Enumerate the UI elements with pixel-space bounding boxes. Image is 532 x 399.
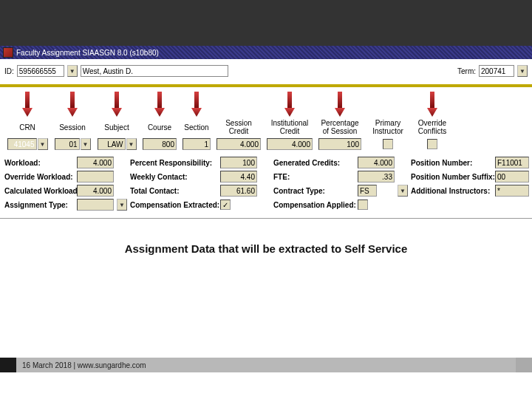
arrow-course-icon <box>154 92 165 117</box>
compap-checkbox[interactable] <box>358 200 368 210</box>
svg-rect-2 <box>70 92 75 108</box>
atype-dropdown-icon[interactable]: ▼ <box>117 199 127 211</box>
colhead-icredit: Institutional Credit <box>271 118 309 136</box>
fte-label: FTE: <box>273 173 355 181</box>
slide-footer: 16 March 2018 | www.sungardhe.com <box>0 358 532 372</box>
crn-input[interactable] <box>7 138 37 150</box>
posnum-label: Position Number: <box>411 159 492 167</box>
posnum-input[interactable] <box>495 157 529 168</box>
svg-marker-7 <box>154 108 165 117</box>
arrow-pct-icon <box>335 92 345 117</box>
slide-caption: Assignment Data that will be extracted t… <box>4 219 528 255</box>
detail-form: Workload: Percent Responsibility: Genera… <box>4 151 528 214</box>
section-input[interactable] <box>183 138 211 150</box>
subject-dropdown-icon[interactable]: ▼ <box>126 138 137 150</box>
weekly-input[interactable] <box>220 171 257 183</box>
col-section: Section <box>180 92 213 151</box>
course-input[interactable] <box>143 138 177 150</box>
footer-text: 16 March 2018 | www.sungardhe.com <box>16 358 516 372</box>
svg-rect-12 <box>338 92 342 108</box>
fte-input[interactable] <box>358 171 395 183</box>
svg-rect-6 <box>157 92 162 108</box>
form-content: ID: ▼ Term: ▼ CRN▼Session▼Subject▼Course… <box>0 59 532 256</box>
workload-input[interactable] <box>77 157 114 168</box>
window-sysmenu-icon[interactable] <box>3 47 13 58</box>
arrow-subject-icon <box>112 92 122 117</box>
window-title: Faculty Assignment SIAASGN 8.0 (s10b80) <box>16 49 159 57</box>
compex-checkbox[interactable]: ✓ <box>220 200 231 210</box>
top-dark-area <box>0 0 532 46</box>
addinst-input[interactable] <box>495 185 529 197</box>
workload-label: Workload: <box>4 159 74 167</box>
column-grid: CRN▼Session▼Subject▼CourseSectionSession… <box>4 87 528 151</box>
atype-input[interactable] <box>77 199 114 211</box>
id-input[interactable] <box>17 65 64 77</box>
colhead-primary: Primary Instructor <box>372 118 403 136</box>
svg-marker-15 <box>427 108 437 117</box>
gencred-input[interactable] <box>358 157 395 168</box>
crn-dropdown-icon[interactable]: ▼ <box>38 138 48 150</box>
svg-marker-11 <box>284 108 295 117</box>
scredit-input[interactable] <box>216 138 261 150</box>
svg-marker-3 <box>67 108 78 117</box>
session-input[interactable] <box>55 138 80 150</box>
totcon-input[interactable] <box>220 185 257 197</box>
id-dropdown-icon[interactable]: ▼ <box>67 65 78 77</box>
arrow-primary-icon <box>383 92 393 117</box>
compex-label: Compensation Extracted: <box>130 201 217 209</box>
id-label: ID: <box>4 67 14 75</box>
term-label: Term: <box>457 67 476 75</box>
colhead-course: Course <box>148 118 171 136</box>
atype-label: Assignment Type: <box>4 201 74 209</box>
calcwork-label: Calculated Workload: <box>4 187 74 195</box>
ctype-label: Contract Type: <box>273 187 355 195</box>
possuf-label: Position Number Suffix: <box>411 173 492 181</box>
footer-darkblock <box>0 358 16 372</box>
arrow-crn-icon <box>22 92 33 117</box>
addinst-label: Additional Instructors: <box>411 187 492 195</box>
col-session: Session▼ <box>52 92 93 151</box>
arrow-session-icon <box>67 92 78 117</box>
colhead-scredit: Session Credit <box>225 118 252 136</box>
id-row: ID: ▼ Term: ▼ <box>4 61 528 84</box>
col-icredit: Institutional Credit <box>265 92 315 151</box>
svg-rect-10 <box>287 92 292 108</box>
colhead-subject: Subject <box>104 118 129 136</box>
name-input[interactable] <box>81 65 228 77</box>
arrow-override-icon <box>427 92 437 117</box>
session-dropdown-icon[interactable]: ▼ <box>81 138 91 150</box>
totcon-label: Total Contact: <box>130 187 217 195</box>
possuf-input[interactable] <box>495 171 529 183</box>
pctresp-label: Percent Responsibility: <box>130 159 217 167</box>
svg-rect-0 <box>25 92 30 108</box>
calcwork-input[interactable] <box>77 185 114 197</box>
arrow-icredit-icon <box>284 92 295 117</box>
svg-rect-14 <box>430 92 434 108</box>
svg-marker-9 <box>191 108 202 117</box>
ctype-dropdown-icon[interactable]: ▼ <box>398 185 408 197</box>
ctype-input[interactable] <box>358 185 377 197</box>
primary-checkbox[interactable] <box>383 139 393 149</box>
weekly-label: Weekly Contact: <box>130 173 217 181</box>
col-subject: Subject▼ <box>95 92 139 151</box>
svg-marker-5 <box>112 108 122 117</box>
col-course: Course <box>140 92 179 151</box>
col-crn: CRN▼ <box>4 92 50 151</box>
colhead-crn: CRN <box>19 118 35 136</box>
gencred-label: Generated Credits: <box>273 159 355 167</box>
term-input[interactable] <box>479 65 514 77</box>
footer-greyblock <box>516 358 532 372</box>
pct-input[interactable] <box>318 138 361 150</box>
ovwork-label: Override Workload: <box>4 173 74 181</box>
colhead-pct: Percentage of Session <box>321 118 358 136</box>
subject-input[interactable] <box>98 138 126 150</box>
ovwork-input[interactable] <box>77 171 114 183</box>
term-dropdown-icon[interactable]: ▼ <box>517 65 528 77</box>
svg-rect-4 <box>115 92 119 108</box>
colhead-section: Section <box>184 118 208 136</box>
svg-marker-13 <box>335 108 345 117</box>
override-checkbox[interactable] <box>427 139 437 149</box>
icredit-input[interactable] <box>267 138 313 150</box>
window-titlebar: Faculty Assignment SIAASGN 8.0 (s10b80) <box>0 46 532 59</box>
pctresp-input[interactable] <box>220 157 257 168</box>
